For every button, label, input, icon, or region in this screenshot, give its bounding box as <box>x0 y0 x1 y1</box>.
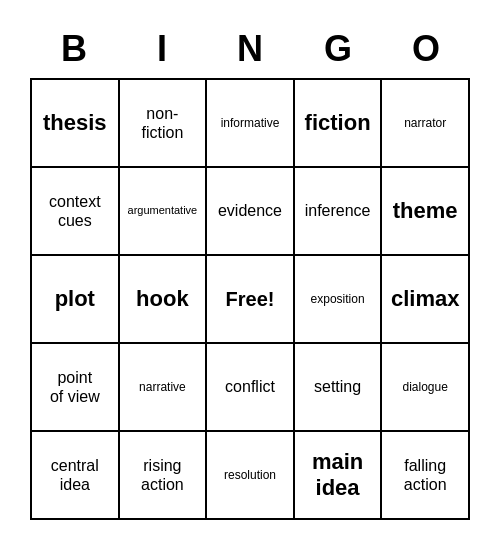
bingo-cell-16: narrative <box>120 344 208 432</box>
bingo-card: BINGO thesisnon-fictioninformativefictio… <box>20 14 480 530</box>
header-letter-I: I <box>118 24 206 74</box>
bingo-cell-17: conflict <box>207 344 295 432</box>
header-letter-B: B <box>30 24 118 74</box>
bingo-cell-13: exposition <box>295 256 383 344</box>
header-letter-O: O <box>382 24 470 74</box>
bingo-cell-18: setting <box>295 344 383 432</box>
bingo-cell-7: evidence <box>207 168 295 256</box>
bingo-cell-2: informative <box>207 80 295 168</box>
bingo-cell-14: climax <box>382 256 470 344</box>
bingo-cell-23: mainidea <box>295 432 383 520</box>
bingo-cell-5: contextcues <box>32 168 120 256</box>
bingo-cell-22: resolution <box>207 432 295 520</box>
bingo-cell-0: thesis <box>32 80 120 168</box>
bingo-cell-9: theme <box>382 168 470 256</box>
header-letter-N: N <box>206 24 294 74</box>
bingo-cell-20: centralidea <box>32 432 120 520</box>
header-letter-G: G <box>294 24 382 74</box>
bingo-cell-8: inference <box>295 168 383 256</box>
bingo-grid: thesisnon-fictioninformativefictionnarra… <box>30 78 470 520</box>
bingo-cell-1: non-fiction <box>120 80 208 168</box>
bingo-header: BINGO <box>30 24 470 74</box>
bingo-cell-15: pointof view <box>32 344 120 432</box>
bingo-cell-11: hook <box>120 256 208 344</box>
bingo-cell-4: narrator <box>382 80 470 168</box>
bingo-cell-10: plot <box>32 256 120 344</box>
bingo-cell-3: fiction <box>295 80 383 168</box>
bingo-cell-6: argumentative <box>120 168 208 256</box>
bingo-cell-12: Free! <box>207 256 295 344</box>
bingo-cell-21: risingaction <box>120 432 208 520</box>
bingo-cell-19: dialogue <box>382 344 470 432</box>
bingo-cell-24: fallingaction <box>382 432 470 520</box>
